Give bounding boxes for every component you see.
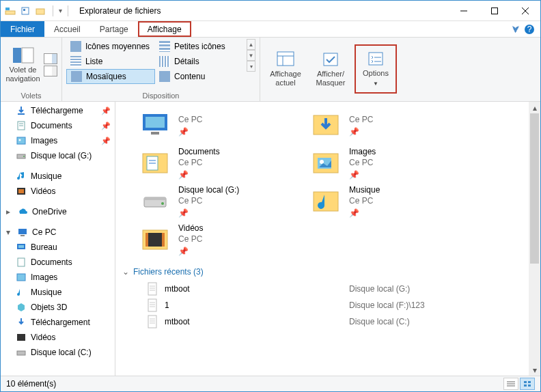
svg-rect-43 [145,117,165,128]
sidebar-item-videos[interactable]: Vidéos [1,184,115,199]
sidebar-item-downloads[interactable]: Téléchargeme📌 [1,103,115,118]
tab-share[interactable]: Partage [90,21,138,37]
minimize-button[interactable] [448,1,479,20]
ribbon-tabs: Fichier Accueil Partage Affichage ⮟ ? [1,21,540,38]
ribbon-collapse-icon[interactable]: ⮟ [512,25,520,34]
file-view[interactable]: Ce PC 📌 Ce PC 📌 Documents Ce PC 📌 Images… [115,102,540,376]
folder-icon [139,109,171,141]
svg-rect-3 [23,9,25,11]
svg-rect-33 [18,189,24,193]
svg-rect-54 [144,197,166,200]
pin-icon: 📌 [178,127,202,137]
svg-rect-77 [528,381,531,383]
group-layout-label: Disposition [66,91,255,100]
folder-icon [139,147,171,180]
scroll-thumb[interactable] [530,113,539,264]
tile-item[interactable]: Documents Ce PC 📌 [136,144,307,182]
layout-tiles[interactable]: Mosaïques [66,69,155,84]
svg-rect-41 [17,351,25,355]
qat-dropdown-icon[interactable]: ▾ [59,7,62,14]
sidebar-item-drive-c[interactable]: Disque local (C:) [1,345,115,360]
tile-item[interactable]: Ce PC 📌 [307,106,477,144]
sidebar-item-objects3d[interactable]: Objets 3D [1,300,115,315]
recent-section-header[interactable]: ⌄ Fichiers récents (3) [115,263,540,279]
view-details-toggle[interactable] [503,378,518,390]
qat-newfolder-icon[interactable] [33,4,47,18]
close-button[interactable] [510,1,540,20]
svg-rect-56 [314,192,338,211]
app-icon [5,5,16,16]
help-icon[interactable]: ? [524,24,535,35]
recent-row[interactable]: mtboot Disque local (G:) [147,281,540,297]
layout-small[interactable]: Petites icônes [155,39,244,54]
svg-rect-38 [18,258,25,266]
sidebar-item-documents[interactable]: Documents📌 [1,118,115,133]
svg-rect-79 [528,384,531,387]
svg-rect-20 [324,53,337,66]
layout-medium[interactable]: Icônes moyennes [66,39,155,54]
svg-rect-11 [13,48,21,63]
pin-icon: 📌 [349,170,376,180]
tile-sub: Ce PC [178,196,239,206]
layout-list[interactable]: Liste [66,54,155,69]
svg-rect-37 [18,245,24,248]
sidebar-item-downloads2[interactable]: Téléchargement [1,315,115,330]
sidebar-item-images2[interactable]: Images [1,270,115,285]
svg-point-29 [19,139,21,141]
sidebar-item-documents2[interactable]: Documents [1,255,115,270]
tile-item[interactable]: Disque local (G:) Ce PC 📌 [136,182,307,221]
sidebar-item-music[interactable]: Musique [1,169,115,184]
show-hide-button[interactable]: Afficher/ Masquer [309,44,352,94]
sidebar-item-desktop[interactable]: Bureau [1,240,115,255]
recent-row[interactable]: mtboot Disque local (C:) [147,313,540,330]
nav-sidebar[interactable]: Téléchargeme📌 Documents📌 Images📌 Disque … [1,102,115,376]
tile-sub: Ce PC [349,158,376,167]
tab-home[interactable]: Accueil [44,21,90,37]
tile-item[interactable]: Vidéos Ce PC 📌 [136,221,307,259]
folder-icon [139,223,171,256]
group-panes-label: Volets [5,91,57,100]
tile-sub: Ce PC [178,234,203,244]
view-tiles-toggle[interactable] [520,378,535,390]
sidebar-item-images[interactable]: Images📌 [1,133,115,148]
scroll-up-icon[interactable]: ▴ [529,102,540,113]
sidebar-item-music2[interactable]: Musique [1,285,115,300]
qat-properties-icon[interactable] [18,4,32,18]
nav-pane-button[interactable]: Volet de navigation [5,40,41,89]
svg-rect-16 [52,66,57,76]
sidebar-item-thispc[interactable]: ▾Ce PC [1,225,115,240]
tile-sub: Ce PC [178,115,202,124]
svg-text:?: ? [527,25,532,34]
tile-item[interactable]: Ce PC 📌 [136,106,307,144]
tile-item[interactable]: Images Ce PC 📌 [307,144,477,182]
layout-gallery-spin[interactable]: ▲▼▾ [247,39,255,91]
svg-rect-39 [17,274,25,281]
sidebar-item-onedrive[interactable]: ▸OneDrive [1,204,115,219]
tab-view[interactable]: Affichage [138,21,191,37]
current-view-button[interactable]: Affichage actuel [264,44,307,94]
status-count: 10 élément(s) [6,379,56,389]
svg-rect-65 [148,299,156,311]
tab-file[interactable]: Fichier [1,21,44,37]
svg-rect-76 [524,381,527,383]
svg-rect-60 [162,233,165,247]
layout-gallery[interactable]: Icônes moyennes Petites icônes Liste Dét… [66,39,244,91]
svg-point-55 [161,202,164,205]
ribbon: Volet de navigation Volets Icônes moyenn… [1,38,540,102]
layout-content[interactable]: Contenu [155,69,244,84]
options-button[interactable]: Options ▼ [355,44,397,94]
svg-rect-28 [17,137,25,144]
layout-details[interactable]: Détails [155,54,244,69]
sidebar-item-videos2[interactable]: Vidéos [1,330,115,345]
window-title: Explorateur de fichiers [79,6,161,16]
vertical-scrollbar[interactable]: ▴ ▾ [529,102,540,376]
svg-rect-40 [17,334,25,341]
preview-pane-button[interactable] [44,53,57,76]
maximize-button[interactable] [479,1,510,20]
svg-rect-1 [5,11,15,14]
recent-row[interactable]: 1 Disque local (F:)\123 [147,297,540,313]
svg-rect-21 [369,53,383,65]
sidebar-item-drive-g[interactable]: Disque local (G:) [1,148,115,163]
tile-item[interactable]: Musique Ce PC 📌 [307,182,477,221]
scroll-down-icon[interactable]: ▾ [529,364,540,376]
